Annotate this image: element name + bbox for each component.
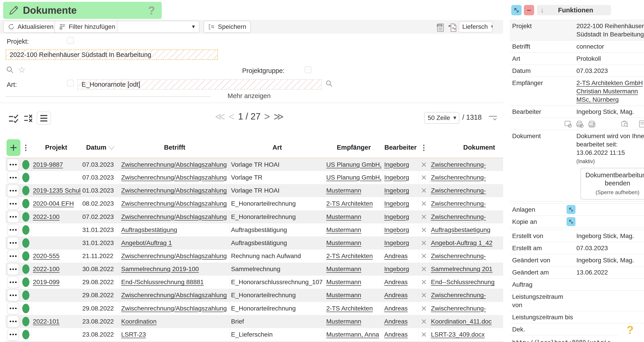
search-icon[interactable]	[6, 66, 14, 74]
row-actions-button[interactable]	[7, 289, 19, 301]
table-row[interactable]: 23.08.2022 3. TR E_Honorarnote 2-TS Arch…	[6, 341, 503, 342]
cell-bearbeiter[interactable]: Andreas	[384, 331, 408, 338]
cell-betrifft[interactable]: Zwischenrechnung/Abschlagszahlung	[121, 174, 227, 181]
cell-betrifft[interactable]: Zwischenrechnung/Abschlagszahlung	[121, 161, 227, 168]
select-mode-button[interactable]	[511, 5, 522, 15]
cell-bearbeiter[interactable]: Ingeborg	[384, 265, 409, 272]
cell-projekt[interactable]: 2022-101	[33, 318, 60, 325]
cell-betrifft[interactable]: Zwischenrechnung/Abschlagszahlung	[121, 292, 227, 299]
column-header-projekt[interactable]: Projekt	[32, 137, 81, 158]
pick-copy-recipient-button[interactable]	[566, 217, 576, 226]
cell-betrifft[interactable]: Koordination	[121, 318, 156, 325]
select-all-icon[interactable]	[8, 113, 20, 125]
row-actions-button[interactable]	[7, 250, 19, 262]
list-menu-button[interactable]	[36, 112, 51, 125]
export-pdf-icon[interactable]	[448, 23, 458, 33]
table-row[interactable]: 31.01.2023 Angebot/Auftrag 1 Auftragsbes…	[6, 237, 503, 250]
cell-empfaenger[interactable]: Mustermann	[326, 239, 362, 246]
row-actions-button[interactable]	[7, 185, 19, 197]
projektgruppe-checkbox[interactable]	[304, 66, 312, 73]
row-actions-button[interactable]	[7, 159, 19, 171]
column-header-art[interactable]: Art	[230, 137, 325, 158]
cell-betrifft[interactable]: Zwischenrechnung/Abschlagszahlung	[121, 213, 227, 220]
column-menu-icon[interactable]: ⋮	[420, 143, 428, 152]
art-filter-input[interactable]: E_Honorarnote [odt]	[78, 79, 322, 90]
cell-empfaenger[interactable]: Mustermann	[326, 318, 362, 325]
document-icon[interactable]	[638, 120, 644, 128]
cell-dokument[interactable]: Zwischenrechnung-	[431, 292, 486, 299]
remove-icon[interactable]: ×	[420, 212, 428, 222]
cell-bearbeiter[interactable]: Andreas	[384, 318, 408, 325]
cell-bearbeiter[interactable]: Ingeborg	[384, 174, 409, 181]
remove-icon[interactable]: ×	[420, 329, 428, 340]
cell-empfaenger[interactable]: Mustermann	[326, 187, 362, 194]
column-header-bearbeiter[interactable]: Bearbeiter	[383, 137, 418, 158]
add-filter-button[interactable]: Filter hinzufügen	[54, 21, 120, 33]
table-row[interactable]: 2020-004 EFH 08.02.2023 Zwischenrechnung…	[6, 197, 503, 210]
cell-projekt[interactable]: 2019-9887	[33, 161, 63, 168]
saved-filter-select[interactable]: ▼	[117, 21, 200, 33]
table-row[interactable]: 2020-555 21.11.2022 Zwischenrechnung/Abs…	[6, 250, 503, 263]
cell-empfaenger[interactable]: US Planung GmbH,	[326, 161, 382, 168]
remove-icon[interactable]: ×	[420, 264, 428, 274]
cell-empfaenger[interactable]: Mustermann	[326, 213, 362, 220]
cell-dokument[interactable]: Zwischenrechnung-	[431, 213, 486, 220]
table-row[interactable]: 2022-101 23.08.2022 Koordination Brief M…	[6, 315, 503, 328]
functions-header[interactable]: ↓ Funktionen	[537, 5, 611, 15]
cell-betrifft[interactable]: Zwischenrechnung/Abschlagszahlung	[121, 187, 227, 194]
cell-bearbeiter[interactable]: Andreas	[384, 252, 408, 259]
table-row[interactable]: 23.08.2022 LSRT-23 E_Lieferschein Muster…	[6, 328, 503, 341]
art-filter-checkbox[interactable]	[67, 80, 74, 87]
cell-dokument[interactable]: Zwischenrechnung-	[431, 161, 486, 168]
column-header-betrifft[interactable]: Betrifft	[120, 137, 230, 158]
cell-dokument[interactable]: Zwischenrechnung-	[431, 187, 486, 194]
remove-icon[interactable]: ×	[420, 238, 428, 248]
table-row[interactable]: 31.01.2023 Auftragsbestätigung Auftragsb…	[6, 223, 503, 237]
cell-projekt[interactable]: 2022-100	[33, 265, 60, 272]
cell-empfaenger[interactable]: Mustermann	[326, 292, 362, 299]
row-actions-button[interactable]	[7, 224, 19, 236]
help-icon[interactable]: ?	[148, 4, 155, 17]
remove-icon[interactable]: ×	[420, 290, 428, 301]
document-url[interactable]: http://localhost:8080/ustrich/open/corre…	[510, 335, 618, 342]
row-actions-button[interactable]	[7, 302, 19, 314]
cell-bearbeiter[interactable]: Ingeborg	[384, 213, 409, 220]
print-disabled-icon[interactable]	[576, 120, 584, 128]
table-row[interactable]: 2022-100 07.02.2023 Zwischenrechnung/Abs…	[6, 210, 503, 223]
table-row[interactable]: 29.08.2022 Zwischenrechnung/Abschlagszah…	[6, 289, 503, 302]
cell-projekt[interactable]: 2020-555	[33, 252, 60, 259]
cell-dokument[interactable]: Auftragsbestaetigung	[431, 226, 490, 233]
collapse-panel-button[interactable]: −	[524, 5, 534, 15]
cell-empfaenger[interactable]: Mustermann	[326, 279, 362, 285]
favorite-star-icon[interactable]: ☆	[18, 65, 26, 75]
cell-empfaenger[interactable]: 2-TS Architekten	[326, 252, 373, 259]
remove-icon[interactable]: ×	[420, 225, 428, 235]
projekt-filter-input[interactable]: 2022-100 Reihenhäuser Südstadt In Bearbe…	[6, 50, 218, 60]
show-more-link[interactable]: Mehr anzeigen	[228, 92, 271, 100]
row-actions-button[interactable]	[7, 315, 19, 327]
pick-attachments-button[interactable]	[566, 205, 576, 214]
next-page-icon[interactable]: >	[264, 111, 270, 122]
remove-icon[interactable]: ×	[420, 198, 428, 209]
refresh-button[interactable]: Aktualisieren	[3, 21, 58, 33]
save-button[interactable]: Speichern	[204, 21, 251, 33]
cell-bearbeiter[interactable]: Ingeborg	[384, 239, 409, 246]
cell-empfaenger[interactable]: Mustermann	[326, 265, 362, 272]
cell-bearbeiter[interactable]: Andreas	[384, 305, 408, 312]
cell-dokument[interactable]: LSRT-23_409.docx	[431, 331, 485, 338]
cell-betrifft[interactable]: Sammelrechnung 2019-100	[121, 265, 199, 272]
cell-betrifft[interactable]: End-/Schlussrechnung 88881	[121, 279, 204, 285]
cell-projekt[interactable]: 2020-004 EFH	[33, 200, 74, 207]
cell-betrifft[interactable]: Zwischenrechnung/Abschlagszahlung	[121, 200, 227, 207]
cell-dokument[interactable]: Angebot-Auftrag 1_42	[431, 239, 492, 246]
cell-betrifft[interactable]: Angebot/Auftrag 1	[121, 239, 172, 246]
cell-empfaenger[interactable]: Mustermann, Anna	[326, 331, 379, 338]
row-actions-button[interactable]	[7, 211, 19, 223]
remove-icon[interactable]: ×	[420, 303, 428, 314]
previous-page-icon[interactable]: <	[229, 111, 234, 122]
remove-icon[interactable]: ×	[420, 251, 428, 261]
table-row[interactable]: 07.03.2023 Zwischenrechnung/Abschlagszah…	[6, 171, 503, 184]
cell-projekt[interactable]: 2019-099	[33, 279, 60, 285]
table-row[interactable]: 2019-099 29.08.2022 End-/Schlussrechnung…	[6, 276, 503, 289]
scan-document-icon[interactable]	[620, 120, 629, 128]
